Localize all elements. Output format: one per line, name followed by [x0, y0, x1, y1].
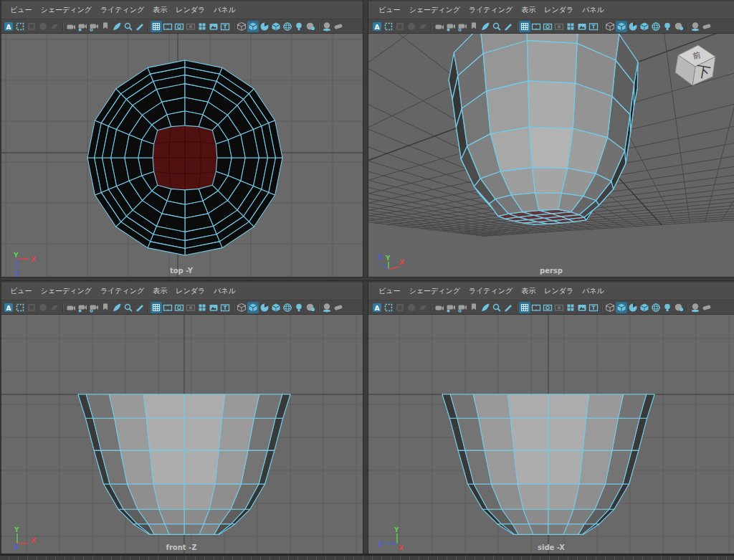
icon-wireframe-on-shaded[interactable] [282, 21, 293, 32]
icon-material-mode[interactable] [270, 21, 282, 32]
icon-isolate-select[interactable] [480, 302, 491, 313]
icon-camera-bookmark[interactable] [77, 302, 88, 313]
icon-paint-select[interactable] [37, 21, 49, 32]
icon-default-material[interactable] [701, 21, 712, 32]
icon-shaded-mode[interactable] [247, 21, 259, 32]
icon-resolution-gate[interactable] [173, 21, 185, 32]
menu-renderer[interactable]: レンダラ [540, 5, 578, 15]
menu-shading[interactable]: シェーディング [36, 5, 95, 15]
icon-field-chart[interactable] [196, 21, 208, 32]
icon-select-plane[interactable] [49, 302, 60, 313]
icon-wireframe-on-shaded[interactable] [282, 302, 293, 313]
icon-shadows-toggle[interactable] [673, 21, 685, 32]
viewport-persp[interactable]: ZYX前下persp [368, 34, 734, 277]
icon-wireframe-mode[interactable] [236, 21, 247, 32]
menu-panels[interactable]: パネル [209, 286, 240, 296]
menu-view[interactable]: ビュー [6, 286, 36, 296]
icon-xray-mode[interactable] [690, 21, 701, 32]
icon-lasso-select[interactable] [26, 302, 37, 313]
menu-renderer[interactable]: レンダラ [171, 5, 209, 15]
icon-pencil[interactable] [134, 21, 146, 32]
icon-select-plane[interactable] [417, 302, 429, 313]
menu-view[interactable]: ビュー [6, 5, 36, 15]
icon-pencil[interactable] [502, 302, 514, 313]
icon-field-chart[interactable] [196, 302, 208, 313]
icon-grid-toggle[interactable] [151, 302, 162, 313]
viewport-top[interactable]: YXZtop -Y [0, 34, 363, 277]
icon-textured-mode[interactable] [259, 302, 270, 313]
icon-camera[interactable] [434, 302, 445, 313]
icon-material-mode[interactable] [270, 302, 282, 313]
icon-resolution-gate[interactable] [542, 302, 553, 313]
menu-shading[interactable]: シェーディング [404, 286, 464, 296]
viewport-front[interactable]: YXZfront -Z [0, 315, 363, 554]
icon-bookmark[interactable] [100, 302, 111, 313]
icon-lasso-select[interactable] [394, 21, 406, 32]
icon-gate-mask[interactable] [553, 21, 565, 32]
icon-camera-bookmark[interactable] [445, 302, 457, 313]
icon-isolate-select[interactable] [111, 21, 123, 32]
icon-lighting-toggle[interactable] [662, 21, 673, 32]
icon-wireframe-mode[interactable] [604, 302, 616, 313]
pane-splitter-horizontal[interactable] [0, 277, 734, 281]
icon-zoom-select[interactable] [491, 21, 502, 32]
icon-film-gate[interactable] [530, 302, 542, 313]
menu-panels[interactable]: パネル [578, 286, 609, 296]
icon-pencil[interactable] [502, 21, 514, 32]
icon-field-chart[interactable] [565, 302, 576, 313]
icon-shadows-toggle[interactable] [305, 302, 316, 313]
icon-resolution-gate[interactable] [173, 302, 185, 313]
icon-select-tool[interactable]: A [371, 21, 383, 32]
icon-wireframe-on-shaded[interactable] [650, 302, 662, 313]
icon-camera-settings[interactable] [88, 21, 100, 32]
icon-zoom-select[interactable] [123, 21, 134, 32]
icon-shadows-toggle[interactable] [305, 21, 316, 32]
menu-panels[interactable]: パネル [209, 5, 240, 15]
icon-marquee-select[interactable] [14, 302, 26, 313]
icon-textured-mode[interactable] [627, 302, 639, 313]
icon-safe-action[interactable] [576, 21, 588, 32]
menu-shading[interactable]: シェーディング [404, 5, 464, 15]
icon-camera-bookmark[interactable] [445, 21, 457, 32]
icon-grid-toggle[interactable] [151, 21, 162, 32]
icon-film-gate[interactable] [162, 302, 173, 313]
icon-default-material[interactable] [701, 302, 712, 313]
icon-bookmark[interactable] [468, 302, 480, 313]
menu-show[interactable]: 表示 [148, 5, 171, 15]
menu-shading[interactable]: シェーディング [36, 286, 95, 296]
icon-isolate-select[interactable] [480, 21, 491, 32]
icon-zoom-select[interactable] [123, 302, 134, 313]
icon-safe-action[interactable] [576, 302, 588, 313]
icon-lasso-select[interactable] [394, 302, 406, 313]
icon-paint-select[interactable] [37, 302, 49, 313]
icon-select-plane[interactable] [417, 21, 429, 32]
icon-select-tool[interactable]: A [371, 302, 383, 313]
icon-select-plane[interactable] [49, 21, 60, 32]
icon-lasso-select[interactable] [26, 21, 37, 32]
icon-shadows-toggle[interactable] [673, 302, 685, 313]
icon-paint-select[interactable] [406, 302, 417, 313]
menu-show[interactable]: 表示 [148, 286, 171, 296]
icon-material-mode[interactable] [639, 21, 650, 32]
icon-default-material[interactable] [333, 21, 344, 32]
icon-grid-toggle[interactable] [519, 21, 530, 32]
icon-select-tool[interactable]: A [3, 302, 14, 313]
icon-gate-mask[interactable] [553, 302, 565, 313]
icon-xray-mode[interactable] [321, 21, 333, 32]
icon-marquee-select[interactable] [383, 21, 394, 32]
icon-bookmark[interactable] [100, 21, 111, 32]
view-cube[interactable]: 前下 [671, 38, 724, 91]
icon-marquee-select[interactable] [14, 21, 26, 32]
icon-gate-mask[interactable] [185, 21, 196, 32]
icon-camera[interactable] [65, 302, 77, 313]
icon-shaded-mode[interactable] [616, 21, 627, 32]
icon-textured-mode[interactable] [627, 21, 639, 32]
icon-camera-bookmark[interactable] [77, 21, 88, 32]
menu-lighting[interactable]: ライティング [464, 5, 517, 15]
menu-lighting[interactable]: ライティング [464, 286, 517, 296]
menu-show[interactable]: 表示 [517, 5, 540, 15]
icon-grid-toggle[interactable] [519, 302, 530, 313]
icon-zoom-select[interactable] [491, 302, 502, 313]
icon-wireframe-on-shaded[interactable] [650, 21, 662, 32]
icon-wireframe-mode[interactable] [604, 21, 616, 32]
